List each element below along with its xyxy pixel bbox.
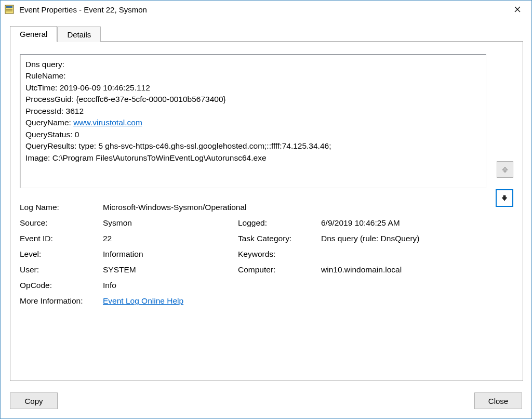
computer-value: win10.windomain.local — [321, 265, 486, 274]
svg-marker-6 — [502, 167, 508, 172]
event-log-icon — [5, 5, 14, 14]
arrow-up-icon — [501, 166, 509, 173]
tab-general[interactable]: General — [10, 26, 57, 42]
source-label: Source: — [20, 218, 103, 228]
dialog-footer: Copy Close — [1, 386, 531, 418]
keywords-value — [321, 250, 486, 259]
computer-label: Computer: — [238, 265, 321, 274]
more-info-label: More Information: — [20, 296, 103, 306]
nav-column — [495, 54, 513, 368]
event-id-label: Event ID: — [20, 234, 103, 243]
copy-button[interactable]: Copy — [10, 392, 58, 409]
tab-page-general: Dns query: RuleName: UtcTime: 2019-06-09… — [10, 41, 523, 381]
arrow-down-icon — [501, 194, 508, 202]
desc-line: Dns query: — [25, 59, 481, 70]
close-button[interactable]: Close — [474, 392, 522, 409]
client-area: General Details Dns query: RuleName: Utc… — [1, 18, 531, 386]
event-description-box[interactable]: Dns query: RuleName: UtcTime: 2019-06-09… — [20, 54, 486, 188]
user-label: User: — [20, 265, 103, 274]
desc-line: Image: C:\Program Files\AutorunsToWinEve… — [25, 152, 481, 164]
source-value: Sysmon — [103, 218, 238, 228]
query-name-link[interactable]: www.virustotal.com — [73, 118, 142, 127]
logged-value: 6/9/2019 10:46:25 AM — [321, 218, 486, 228]
desc-line: QueryName: www.virustotal.com — [25, 117, 481, 128]
desc-line: QueryResults: type: 5 ghs-svc-https-c46.… — [25, 140, 481, 152]
desc-line: ProcessId: 3612 — [25, 106, 481, 117]
desc-text: QueryName: — [25, 118, 73, 127]
window-title: Event Properties - Event 22, Sysmon — [19, 5, 507, 14]
titlebar: Event Properties - Event 22, Sysmon — [1, 1, 531, 18]
event-properties-window: Event Properties - Event 22, Sysmon Gene… — [0, 0, 532, 419]
event-id-value: 22 — [103, 234, 238, 243]
opcode-value: Info — [103, 281, 486, 290]
tab-strip: General Details — [10, 25, 523, 41]
log-name-value: Microsoft-Windows-Sysmon/Operational — [103, 203, 486, 212]
main-column: Dns query: RuleName: UtcTime: 2019-06-09… — [20, 54, 486, 368]
keywords-label: Keywords: — [238, 250, 321, 259]
user-value: SYSTEM — [103, 265, 238, 274]
previous-event-button[interactable] — [497, 161, 513, 178]
level-value: Information — [103, 250, 238, 259]
log-name-label: Log Name: — [20, 203, 103, 212]
task-category-label: Task Category: — [238, 234, 321, 243]
desc-line: UtcTime: 2019-06-09 10:46:25.112 — [25, 82, 481, 94]
level-label: Level: — [20, 250, 103, 259]
window-close-button[interactable] — [507, 2, 528, 17]
tab-details[interactable]: Details — [57, 27, 101, 42]
desc-line: ProcessGuid: {ecccffc6-e37e-5cfc-0000-00… — [25, 94, 481, 105]
task-category-value: Dns query (rule: DnsQuery) — [321, 234, 486, 243]
svg-marker-7 — [502, 195, 507, 201]
svg-rect-1 — [6, 6, 12, 8]
close-icon — [514, 6, 521, 12]
event-details-grid: Log Name: Microsoft-Windows-Sysmon/Opera… — [20, 203, 486, 306]
more-info-value: Event Log Online Help — [103, 296, 486, 306]
next-event-button[interactable] — [496, 189, 513, 207]
desc-line: RuleName: — [25, 70, 481, 82]
opcode-label: OpCode: — [20, 281, 103, 290]
logged-label: Logged: — [238, 218, 321, 228]
event-log-help-link[interactable]: Event Log Online Help — [103, 296, 183, 305]
desc-line: QueryStatus: 0 — [25, 129, 481, 140]
